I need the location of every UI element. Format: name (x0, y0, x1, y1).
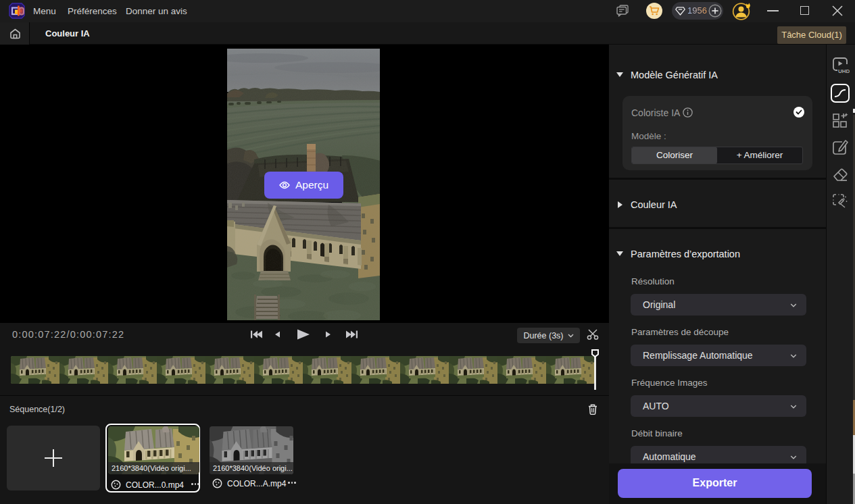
svg-text:UHD: UHD (838, 68, 850, 74)
